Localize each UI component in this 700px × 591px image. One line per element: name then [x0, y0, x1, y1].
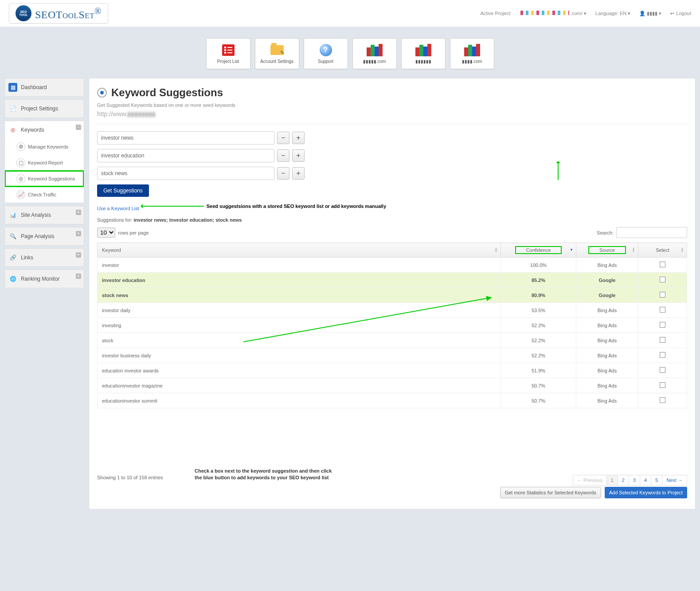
tile-help[interactable]: ?Support [304, 38, 348, 69]
sidebar-sub-check-traffic[interactable]: 📈Check Traffic [5, 187, 84, 203]
cell-keyword: investor business daily [98, 348, 501, 363]
expand-icon[interactable]: + [76, 231, 81, 236]
folder-icon [270, 44, 285, 56]
sidebar-label: Ranking Monitor [21, 276, 59, 282]
sidebar-label: Keyword Suggestions [28, 176, 75, 181]
tile-bars[interactable]: ▮▮▮▮▮▮ [401, 38, 446, 69]
active-project-dropdown[interactable]: .com/ ▾ [520, 11, 587, 16]
select-checkbox[interactable] [660, 277, 665, 282]
sub-icon: 📈 [16, 190, 25, 199]
col-select[interactable]: Select▲▼ [638, 243, 687, 258]
seed-input[interactable] [97, 167, 274, 180]
select-checkbox[interactable] [660, 262, 665, 267]
select-checkbox[interactable] [660, 397, 665, 403]
pager-page-5[interactable]: 5 [651, 475, 662, 485]
sidebar-item-project-settings[interactable]: 📄 Project Settings [4, 99, 84, 118]
project-domain: http://www.▮▮▮▮▮▮▮▮ [97, 110, 687, 117]
cell-source: Bing Ads [576, 258, 638, 273]
cell-select [638, 258, 687, 273]
add-seed-button[interactable]: + [292, 149, 305, 162]
select-checkbox[interactable] [660, 292, 665, 297]
cell-source: Bing Ads [576, 393, 638, 408]
sidebar-sub-manage-keywords[interactable]: ⚙Manage Keywords [5, 139, 84, 155]
title-icon [97, 88, 107, 98]
col-source[interactable]: Source▲▼ [576, 243, 638, 258]
tile-label: Support [318, 59, 333, 64]
top-right: Active Project: .com/ ▾ Language: EN ▾ 👤… [481, 11, 692, 16]
sidebar-sub-keyword-report[interactable]: ▢Keyword Report [5, 155, 84, 171]
logo[interactable]: SEOTOOL SEOToolSet® [9, 3, 108, 23]
pager-page-4[interactable]: 4 [640, 475, 651, 485]
pager-page-3[interactable]: 3 [629, 475, 640, 485]
seed-input[interactable] [97, 131, 274, 145]
pager-next[interactable]: Next → [662, 475, 687, 485]
col-keyword[interactable]: Keyword▲▼ [98, 243, 501, 258]
tile-label: ▮▮▮▮▮▮ [415, 59, 431, 64]
sidebar-item-links[interactable]: 🔗Links+ [4, 248, 84, 267]
pager-page-2[interactable]: 2 [618, 475, 629, 485]
tile-bars[interactable]: ▮▮▮▮▮.com [352, 38, 397, 69]
select-checkbox[interactable] [660, 367, 665, 373]
sidebar-label: Project Settings [21, 106, 58, 112]
sidebar-item-site-analysis[interactable]: 📊Site Analysis+ [4, 206, 84, 224]
get-statistics-button[interactable]: Get more Statistics for Selected Keyword… [500, 487, 601, 498]
collapse-icon[interactable]: − [76, 125, 81, 130]
table-row: investor100.0%Bing Ads [98, 258, 687, 273]
remove-seed-button[interactable]: − [277, 167, 289, 180]
topbar: SEOTOOL SEOToolSet® Active Project: .com… [0, 0, 700, 27]
sidebar-item-ranking-monitor[interactable]: 🌐Ranking Monitor+ [4, 270, 84, 288]
add-keywords-button[interactable]: Add Selected Keywords to Project [605, 487, 687, 498]
select-checkbox[interactable] [660, 307, 665, 313]
table-row: stock news80.9%Google [98, 288, 687, 303]
remove-seed-button[interactable]: − [277, 149, 289, 162]
sidebar-item-keywords[interactable]: ◎ Keywords − [5, 121, 84, 139]
cell-source: Bing Ads [576, 378, 638, 393]
add-seed-button[interactable]: + [292, 167, 305, 180]
cell-keyword: investor [98, 258, 501, 273]
search-label: Search: [597, 230, 614, 235]
use-keyword-list-link[interactable]: Use a Keyword List [97, 206, 139, 211]
cell-source: Google [576, 288, 638, 303]
settings-icon: 📄 [8, 104, 17, 113]
tile-list[interactable]: Project List [206, 38, 250, 69]
get-suggestions-button[interactable]: Get Suggestions [97, 184, 149, 197]
select-checkbox[interactable] [660, 352, 665, 358]
cell-confidence: 50.7% [501, 378, 576, 393]
sidebar-item-page-analysis[interactable]: 🔍Page Analysis+ [4, 227, 84, 246]
language-dropdown[interactable]: Language: EN ▾ [595, 11, 630, 16]
sidebar-sub-keyword-suggestions[interactable]: ◎Keyword Suggestions [5, 171, 84, 187]
select-checkbox[interactable] [660, 322, 665, 328]
seed-input[interactable] [97, 149, 274, 162]
cell-confidence: 50.7% [501, 393, 576, 408]
nav-icon: 🔗 [8, 253, 17, 262]
sidebar-label: Site Analysis [21, 212, 51, 218]
expand-icon[interactable]: + [76, 210, 81, 215]
cell-keyword: educationinvestor summit [98, 393, 501, 408]
rows-per-page-select[interactable]: 10 [97, 227, 115, 238]
tile-label: ▮▮▮▮▮.com [363, 59, 386, 64]
logout-link[interactable]: Logout [670, 11, 691, 16]
tile-bars[interactable]: ▮▮▮▮.com [450, 38, 494, 69]
nav-icon: 📊 [8, 211, 17, 219]
sidebar-item-dashboard[interactable]: ▦ Dashboard [4, 78, 84, 97]
cell-source: Bing Ads [576, 348, 638, 363]
add-seed-button[interactable]: + [292, 132, 305, 144]
nav-icon: 🌐 [8, 274, 17, 283]
table-row: stock52.2%Bing Ads [98, 333, 687, 348]
select-checkbox[interactable] [660, 382, 665, 388]
expand-icon[interactable]: + [76, 252, 81, 258]
remove-seed-button[interactable]: − [277, 132, 289, 144]
active-project-label: Active Project: [481, 11, 512, 16]
rows-per-page-label: rows per page [118, 230, 149, 235]
expand-icon[interactable]: + [76, 274, 81, 279]
tile-folder[interactable]: Account Settings [255, 38, 299, 69]
cell-select [638, 378, 687, 393]
cell-confidence: 80.9% [501, 288, 576, 303]
col-confidence[interactable]: Confidence▼ [501, 243, 576, 258]
table-row: investor business daily52.2%Bing Ads [98, 348, 687, 363]
suggestions-for: Suggestions for: investor news; investor… [97, 217, 687, 223]
user-dropdown[interactable]: 👤 ▮▮▮▮ ▾ [639, 11, 661, 16]
seed-row: −+ [97, 149, 687, 162]
search-input[interactable] [616, 227, 687, 238]
select-checkbox[interactable] [660, 337, 665, 343]
